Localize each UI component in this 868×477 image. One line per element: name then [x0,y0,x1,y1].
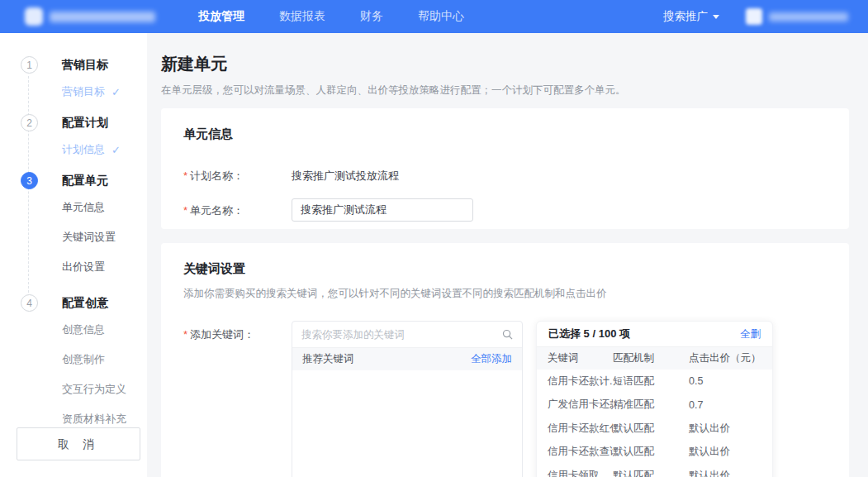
unit-name-label: *单元名称： [183,198,292,218]
cell-bid: 默认出价 [689,445,772,459]
sidebar-item-interaction-definition[interactable]: 交互行为定义 [62,382,147,397]
main-content: 新建单元 在单元层级，您可以对流量场景、人群定向、出价等投放策略进行配置；一个计… [147,33,868,477]
cell-keyword: 信用卡还款查询 [537,445,613,459]
col-bid: 点击出价（元） [689,351,772,365]
step-3-circle: 3 [21,172,38,189]
steps-sidebar: 1 营销目标 营销目标 ✓ 2 配置计划 计划信息 ✓ 3 配置单元 单元信息 … [0,33,147,477]
step-4-circle: 4 [21,294,38,312]
selected-keywords-panel: 已选择 5 / 100 项 全删 关键词 匹配机制 点击出价（元） 信用卡还款计… [536,321,773,477]
search-icon [502,329,513,340]
step-2: 2 配置计划 [21,114,147,131]
step-1-label: 营销目标 [62,58,108,73]
page-title: 新建单元 [161,53,849,75]
label-text: 添加关键词： [190,328,254,341]
logo-text-redacted [50,12,155,22]
col-keyword: 关键词 [537,351,613,365]
sidebar-item-creative-info[interactable]: 创意信息 [62,322,147,337]
avatar [746,8,762,25]
keyword-table-header: 关键词 匹配机制 点击出价（元） [537,347,772,370]
sub-label: 创意制作 [62,352,105,367]
cell-bid: 0.5 [689,375,772,387]
sub-label: 关键词设置 [62,230,116,245]
cell-bid: 默认出价 [689,469,772,477]
sub-label: 单元信息 [62,200,105,215]
sidebar-item-plan-info[interactable]: 计划信息 ✓ [62,142,147,157]
cell-match: 短语匹配 [613,374,689,389]
label-text: 计划名称： [190,169,244,182]
sidebar-item-qualification-materials[interactable]: 资质材料补充 [62,412,147,427]
step-3: 3 配置单元 [21,172,147,189]
keyword-settings-subtitle: 添加你需要购买的搜索关键词，您可以针对不同的关键词设置不同的搜索匹配机制和点击出… [183,287,827,301]
step-2-label: 配置计划 [62,116,108,131]
check-icon: ✓ [111,86,121,98]
sidebar-item-unit-info[interactable]: 单元信息 [62,200,147,215]
product-switcher-label: 搜索推广 [663,9,708,24]
keyword-settings-title: 关键词设置 [183,261,827,277]
page-subtitle: 在单元层级，您可以对流量场景、人群定向、出价等投放策略进行配置；一个计划下可配置… [161,83,849,98]
unit-info-card: 单元信息 *计划名称： 搜索推广测试投放流程 *单元名称： [161,108,849,229]
product-switcher[interactable]: 搜索推广 [663,9,719,24]
step-4-label: 配置创意 [62,296,108,311]
nav-item-finance[interactable]: 财务 [360,9,383,24]
selected-count: 已选择 5 / 100 项 [548,327,630,341]
cell-match: 默认匹配 [613,422,689,436]
cell-keyword: 信用卡还款红包 [537,422,613,436]
check-icon: ✓ [111,144,121,156]
cell-keyword: 信用卡还款计... [537,374,613,389]
logo-icon [25,7,43,26]
unit-info-title: 单元信息 [183,126,827,142]
required-mark: * [183,204,187,217]
sub-label: 计划信息 [62,142,105,157]
plan-name-label: *计划名称： [183,164,292,184]
plan-name-value: 搜索推广测试投放流程 [292,164,399,184]
sidebar-item-keyword-settings[interactable]: 关键词设置 [62,230,147,245]
keyword-search-input[interactable] [301,329,502,341]
unit-name-input[interactable] [292,198,473,222]
sidebar-item-creative-build[interactable]: 创意制作 [62,352,147,367]
sub-label: 交互行为定义 [62,382,126,397]
cell-keyword: 信用卡领取 [537,469,613,477]
table-row[interactable]: 信用卡还款查询 默认匹配 默认出价 [537,441,772,465]
step-1-circle: 1 [21,56,38,74]
top-navbar: 投放管理 数据报表 财务 帮助中心 搜索推广 [0,0,868,33]
cell-bid: 默认出价 [689,422,772,436]
add-all-link[interactable]: 全部添加 [471,352,512,366]
step-2-circle: 2 [21,114,38,131]
user-account[interactable] [746,8,848,25]
cell-bid: 0.7 [689,399,772,411]
required-mark: * [183,169,187,182]
col-match: 匹配机制 [613,351,689,365]
sub-label: 资质材料补充 [62,412,126,427]
nav-item-reports[interactable]: 数据报表 [279,9,325,24]
table-row[interactable]: 广发信用卡还款 精准匹配 0.7 [537,394,772,417]
cell-keyword: 广发信用卡还款 [537,398,613,412]
recommend-keywords-header: 推荐关键词 [302,352,354,366]
required-mark: * [183,328,187,341]
username-redacted [769,12,848,21]
table-row[interactable]: 信用卡还款计... 短语匹配 0.5 [537,370,772,394]
brand-logo [25,7,190,26]
delete-all-link[interactable]: 全删 [740,327,761,341]
add-keywords-label: *添加关键词： [183,321,292,342]
table-row[interactable]: 信用卡领取 默认匹配 默认出价 [537,464,772,477]
step-3-label: 配置单元 [62,174,108,188]
sub-label: 创意信息 [62,322,105,337]
nav-item-delivery[interactable]: 投放管理 [198,9,244,24]
keyword-settings-card: 关键词设置 添加你需要购买的搜索关键词，您可以针对不同的关键词设置不同的搜索匹配… [161,243,849,477]
cell-match: 精准匹配 [613,398,689,412]
cell-match: 默认匹配 [613,469,689,477]
recommend-keywords-empty-list [292,370,522,477]
chevron-down-icon [713,15,719,19]
sub-label: 出价设置 [62,260,105,274]
sub-label: 营销目标 [62,84,105,99]
cell-match: 默认匹配 [613,445,689,459]
main-nav: 投放管理 数据报表 财务 帮助中心 [198,9,464,24]
step-1: 1 营销目标 [21,56,147,74]
cancel-button[interactable]: 取 消 [17,427,140,460]
nav-item-help[interactable]: 帮助中心 [418,9,464,24]
step-4: 4 配置创意 [21,294,147,312]
sidebar-item-bid-settings[interactable]: 出价设置 [62,260,147,274]
sidebar-item-marketing-goal[interactable]: 营销目标 ✓ [62,84,147,99]
table-row[interactable]: 信用卡还款红包 默认匹配 默认出价 [537,417,772,441]
label-text: 单元名称： [190,204,244,217]
